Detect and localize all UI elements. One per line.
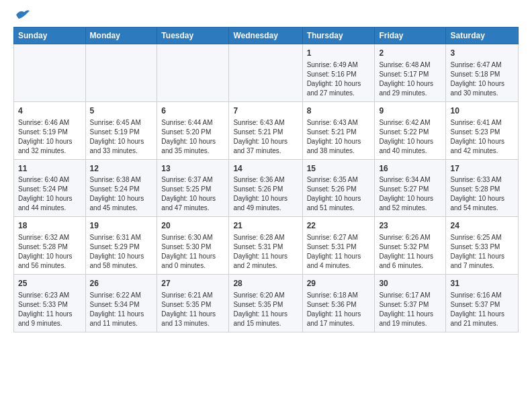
calendar-cell: 7Sunrise: 6:43 AM Sunset: 5:21 PM Daylig… <box>229 101 302 159</box>
day-info: Sunrise: 6:30 AM Sunset: 5:30 PM Dayligh… <box>161 233 224 271</box>
day-number: 23 <box>379 220 441 232</box>
calendar-cell <box>157 44 229 102</box>
day-number: 21 <box>233 220 298 232</box>
day-number: 22 <box>307 220 371 232</box>
day-number: 10 <box>450 105 514 117</box>
day-number: 28 <box>233 278 298 289</box>
day-info: Sunrise: 6:45 AM Sunset: 5:19 PM Dayligh… <box>90 118 153 156</box>
day-info: Sunrise: 6:22 AM Sunset: 5:34 PM Dayligh… <box>90 291 153 328</box>
day-info: Sunrise: 6:34 AM Sunset: 5:27 PM Dayligh… <box>379 175 441 213</box>
calendar-week-row: 1Sunrise: 6:49 AM Sunset: 5:16 PM Daylig… <box>14 44 519 102</box>
logo-bird-icon <box>15 8 30 21</box>
day-info: Sunrise: 6:26 AM Sunset: 5:32 PM Dayligh… <box>379 233 441 271</box>
day-number: 11 <box>18 163 81 175</box>
calendar-cell: 21Sunrise: 6:28 AM Sunset: 5:31 PM Dayli… <box>229 217 302 275</box>
calendar-header-row: SundayMondayTuesdayWednesdayThursdayFrid… <box>14 28 519 44</box>
day-number: 17 <box>450 163 514 175</box>
day-number: 15 <box>307 163 371 175</box>
day-info: Sunrise: 6:44 AM Sunset: 5:20 PM Dayligh… <box>161 118 224 156</box>
day-number: 19 <box>90 220 153 232</box>
day-info: Sunrise: 6:31 AM Sunset: 5:29 PM Dayligh… <box>90 233 153 271</box>
day-number: 29 <box>307 278 371 289</box>
calendar-day-header: Sunday <box>14 28 86 44</box>
day-number: 12 <box>90 163 153 175</box>
day-number: 14 <box>233 163 298 175</box>
logo <box>13 11 30 21</box>
day-number: 27 <box>161 278 224 289</box>
day-info: Sunrise: 6:20 AM Sunset: 5:35 PM Dayligh… <box>233 291 298 328</box>
day-number: 8 <box>307 105 371 117</box>
calendar-cell: 17Sunrise: 6:33 AM Sunset: 5:28 PM Dayli… <box>446 159 519 217</box>
calendar-cell: 13Sunrise: 6:37 AM Sunset: 5:25 PM Dayli… <box>157 159 229 217</box>
day-info: Sunrise: 6:33 AM Sunset: 5:28 PM Dayligh… <box>450 175 514 213</box>
day-info: Sunrise: 6:43 AM Sunset: 5:21 PM Dayligh… <box>233 118 298 156</box>
calendar-cell: 9Sunrise: 6:42 AM Sunset: 5:22 PM Daylig… <box>375 101 446 159</box>
day-info: Sunrise: 6:49 AM Sunset: 5:16 PM Dayligh… <box>307 60 371 98</box>
calendar-cell: 23Sunrise: 6:26 AM Sunset: 5:32 PM Dayli… <box>375 217 446 275</box>
calendar-cell: 11Sunrise: 6:40 AM Sunset: 5:24 PM Dayli… <box>14 159 86 217</box>
day-number: 13 <box>161 163 224 175</box>
day-number: 18 <box>18 220 81 232</box>
calendar-cell: 26Sunrise: 6:22 AM Sunset: 5:34 PM Dayli… <box>85 275 157 332</box>
page-header <box>13 11 519 21</box>
calendar-cell: 20Sunrise: 6:30 AM Sunset: 5:30 PM Dayli… <box>157 217 229 275</box>
day-info: Sunrise: 6:40 AM Sunset: 5:24 PM Dayligh… <box>18 175 81 213</box>
calendar-day-header: Saturday <box>446 28 519 44</box>
calendar-cell: 3Sunrise: 6:47 AM Sunset: 5:18 PM Daylig… <box>446 44 519 102</box>
day-number: 20 <box>161 220 224 232</box>
day-number: 6 <box>161 105 224 117</box>
calendar-day-header: Thursday <box>302 28 375 44</box>
calendar-day-header: Tuesday <box>157 28 229 44</box>
day-number: 7 <box>233 105 298 117</box>
day-info: Sunrise: 6:21 AM Sunset: 5:35 PM Dayligh… <box>161 291 224 328</box>
calendar-cell: 28Sunrise: 6:20 AM Sunset: 5:35 PM Dayli… <box>229 275 302 332</box>
day-number: 25 <box>18 278 81 289</box>
calendar-cell: 4Sunrise: 6:46 AM Sunset: 5:19 PM Daylig… <box>14 101 86 159</box>
calendar-week-row: 18Sunrise: 6:32 AM Sunset: 5:28 PM Dayli… <box>14 217 519 275</box>
calendar-week-row: 11Sunrise: 6:40 AM Sunset: 5:24 PM Dayli… <box>14 159 519 217</box>
calendar-cell: 29Sunrise: 6:18 AM Sunset: 5:36 PM Dayli… <box>302 275 375 332</box>
day-info: Sunrise: 6:41 AM Sunset: 5:23 PM Dayligh… <box>450 118 514 156</box>
day-number: 2 <box>379 48 441 59</box>
day-number: 24 <box>450 220 514 232</box>
day-number: 26 <box>90 278 153 289</box>
calendar-cell: 5Sunrise: 6:45 AM Sunset: 5:19 PM Daylig… <box>85 101 157 159</box>
day-info: Sunrise: 6:28 AM Sunset: 5:31 PM Dayligh… <box>233 233 298 271</box>
calendar-day-header: Friday <box>375 28 446 44</box>
day-info: Sunrise: 6:23 AM Sunset: 5:33 PM Dayligh… <box>18 291 81 328</box>
day-number: 16 <box>379 163 441 175</box>
day-info: Sunrise: 6:36 AM Sunset: 5:26 PM Dayligh… <box>233 175 298 213</box>
calendar-cell: 24Sunrise: 6:25 AM Sunset: 5:33 PM Dayli… <box>446 217 519 275</box>
calendar-week-row: 25Sunrise: 6:23 AM Sunset: 5:33 PM Dayli… <box>14 275 519 332</box>
calendar-cell: 14Sunrise: 6:36 AM Sunset: 5:26 PM Dayli… <box>229 159 302 217</box>
calendar-cell: 18Sunrise: 6:32 AM Sunset: 5:28 PM Dayli… <box>14 217 86 275</box>
day-info: Sunrise: 6:16 AM Sunset: 5:37 PM Dayligh… <box>450 291 514 328</box>
calendar-cell: 25Sunrise: 6:23 AM Sunset: 5:33 PM Dayli… <box>14 275 86 332</box>
day-info: Sunrise: 6:25 AM Sunset: 5:33 PM Dayligh… <box>450 233 514 271</box>
day-info: Sunrise: 6:27 AM Sunset: 5:31 PM Dayligh… <box>307 233 371 271</box>
day-info: Sunrise: 6:32 AM Sunset: 5:28 PM Dayligh… <box>18 233 81 271</box>
calendar-cell: 12Sunrise: 6:38 AM Sunset: 5:24 PM Dayli… <box>85 159 157 217</box>
day-number: 4 <box>18 105 81 117</box>
calendar-cell: 16Sunrise: 6:34 AM Sunset: 5:27 PM Dayli… <box>375 159 446 217</box>
day-info: Sunrise: 6:46 AM Sunset: 5:19 PM Dayligh… <box>18 118 81 156</box>
calendar-cell: 10Sunrise: 6:41 AM Sunset: 5:23 PM Dayli… <box>446 101 519 159</box>
calendar-cell: 6Sunrise: 6:44 AM Sunset: 5:20 PM Daylig… <box>157 101 229 159</box>
day-number: 5 <box>90 105 153 117</box>
day-number: 30 <box>379 278 441 289</box>
calendar-cell: 30Sunrise: 6:17 AM Sunset: 5:37 PM Dayli… <box>375 275 446 332</box>
day-info: Sunrise: 6:47 AM Sunset: 5:18 PM Dayligh… <box>450 60 514 98</box>
calendar-cell <box>229 44 302 102</box>
calendar-cell: 31Sunrise: 6:16 AM Sunset: 5:37 PM Dayli… <box>446 275 519 332</box>
day-info: Sunrise: 6:18 AM Sunset: 5:36 PM Dayligh… <box>307 291 371 328</box>
calendar-day-header: Monday <box>85 28 157 44</box>
day-info: Sunrise: 6:38 AM Sunset: 5:24 PM Dayligh… <box>90 175 153 213</box>
day-number: 31 <box>450 278 514 289</box>
day-info: Sunrise: 6:17 AM Sunset: 5:37 PM Dayligh… <box>379 291 441 328</box>
calendar-cell: 8Sunrise: 6:43 AM Sunset: 5:21 PM Daylig… <box>302 101 375 159</box>
day-info: Sunrise: 6:42 AM Sunset: 5:22 PM Dayligh… <box>379 118 441 156</box>
day-info: Sunrise: 6:43 AM Sunset: 5:21 PM Dayligh… <box>307 118 371 156</box>
calendar-cell: 19Sunrise: 6:31 AM Sunset: 5:29 PM Dayli… <box>85 217 157 275</box>
calendar-cell: 15Sunrise: 6:35 AM Sunset: 5:26 PM Dayli… <box>302 159 375 217</box>
calendar-cell <box>14 44 86 102</box>
